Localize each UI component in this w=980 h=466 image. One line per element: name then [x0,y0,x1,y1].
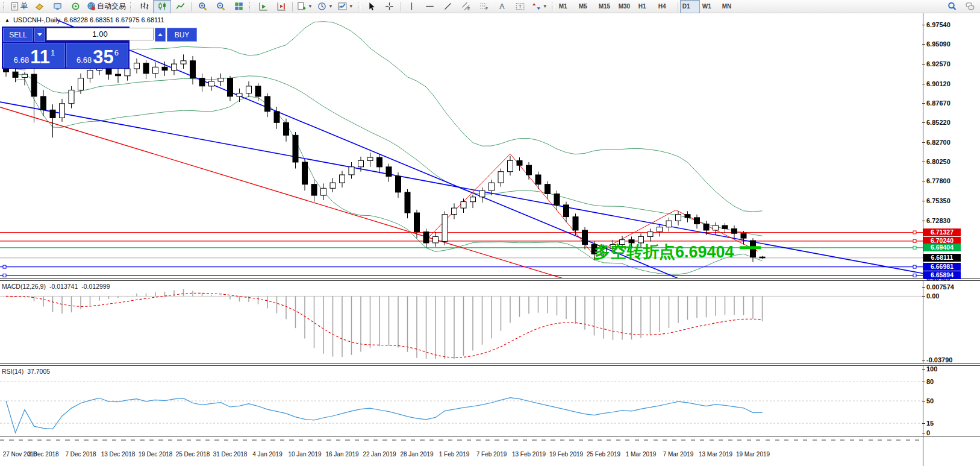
one-click-trading-panel: SELL BUY 6.68111 6.68356 [2,27,130,69]
rsi-axis-label: 100 [926,365,937,373]
time-axis-label: 13 Dec 2018 [98,451,138,458]
macd-axis-label: -0.03790 [926,356,952,364]
time-axis-label: 7 Dec 2018 [61,451,101,458]
volume-up-button[interactable] [155,28,166,42]
price-axis-tick [922,103,925,104]
price-axis-label: 6.85220 [926,119,950,126]
price-axis-badge: 6.66981 [923,263,961,271]
price-axis-tick [922,122,925,123]
time-axis-label: 25 Feb 2019 [584,451,623,458]
sell-price-small: 6.68 [14,55,29,65]
rsi-value: 37.7005 [27,368,50,375]
rsi-axis-label: 15 [926,420,934,427]
price-axis-tick [922,64,925,65]
down-arrow-icon [37,33,42,36]
time-axis-border [0,436,980,436]
rsi-axis-tick [922,401,925,401]
buy-price-sup: 6 [114,48,119,57]
time-axis-label: 16 Jan 2019 [322,451,362,458]
macd-axis-tick [922,296,925,297]
macd-axis-tick [922,360,925,361]
price-axis-label: 6.72830 [926,217,950,224]
time-axis-label: 31 Dec 2018 [210,451,250,458]
price-axis-tick [922,221,925,221]
rsi-axis-label: 80 [926,378,934,385]
time-axis-label: 22 Jan 2019 [360,451,399,458]
macd-title: MACD(12,26,9) [2,283,46,290]
sell-button[interactable]: SELL [3,28,33,42]
price-axis-tick [922,142,925,143]
time-axis-label: 19 Dec 2018 [136,451,175,458]
pane-separator[interactable] [0,363,980,366]
price-chart-canvas[interactable] [0,0,980,466]
price-axis-tick [922,181,925,181]
time-axis-label: 7 Mar 2019 [658,451,698,458]
macd-axis-tick [922,287,925,288]
time-axis-label: 3 Dec 2018 [23,451,63,458]
price-axis-label: 6.92570 [926,60,950,68]
time-axis-label: 28 Jan 2019 [397,451,437,458]
price-axis-tick [922,162,925,162]
macd-axis-label: 0.007574 [926,283,954,291]
time-axis-label: 13 Mar 2019 [696,451,735,458]
macd-label: MACD(12,26,9) -0.013741 -0.012999 [2,283,110,290]
price-axis-badge: 6.71327 [923,228,961,236]
price-axis-label: 6.80250 [926,158,950,165]
buy-price-small: 6.68 [76,55,92,65]
annotation-text[interactable]: 多空转折点6.69404 [594,241,734,263]
collapse-panel-arrow[interactable]: ▲ [5,17,10,23]
price-axis-label: 6.75350 [926,197,950,204]
sell-price-sup: 1 [51,48,55,57]
rsi-axis-tick [922,369,925,370]
time-axis-label: 10 Jan 2019 [285,451,325,458]
volume-input[interactable] [46,28,154,40]
price-axis-tick [922,25,925,25]
price-axis-tick [922,84,925,84]
rsi-title: RSI(14) [2,368,23,375]
time-axis-label: 19 Feb 2019 [546,451,586,458]
price-axis-badge: 6.65894 [923,271,961,279]
sell-price-big: 11 [30,48,50,66]
volume-down-button[interactable] [34,28,45,42]
buy-button[interactable]: BUY [167,28,197,42]
time-axis-label: 4 Jan 2019 [248,451,287,458]
rsi-axis-tick [922,433,925,433]
price-axis-tick [922,44,925,45]
time-axis-label: 1 Mar 2019 [621,451,661,458]
buy-price-big: 35 [93,48,113,66]
mt4-window: 单自动交易▼▼▼EFAT▼M1M5M15M30H1H4D1W1MN ▲ USDC… [0,0,980,466]
price-axis-label: 6.77800 [926,177,950,184]
time-axis-label: 1 Feb 2019 [434,451,474,458]
rsi-axis-label: 0 [926,429,930,436]
rsi-axis-tick [922,382,925,382]
price-axis-label: 6.82700 [926,139,950,146]
rsi-axis-tick [922,423,925,424]
buy-price-box[interactable]: 6.68356 [66,43,128,68]
time-axis-label: 13 Feb 2019 [509,451,549,458]
time-axis-label: 25 Dec 2018 [173,451,213,458]
price-axis-badge: 6.69404 [923,244,961,251]
price-axis-label: 6.95090 [926,40,950,48]
time-axis-label: 7 Feb 2019 [472,451,511,458]
macd-axis-label: 0.00 [926,292,939,300]
macd-signal-value: -0.012999 [81,283,110,290]
time-axis-ticks [0,439,923,441]
time-axis-label: 19 Mar 2019 [733,451,773,458]
price-axis-tick [922,201,925,201]
ohlc-values: 6.68228 6.68351 6.67975 6.68111 [64,16,164,24]
price-axis-label: 6.90120 [926,80,950,87]
up-arrow-icon [158,33,163,36]
pane-separator[interactable] [0,278,980,281]
price-axis-badge: 6.68111 [923,254,961,262]
price-axis-label: 6.97540 [926,21,950,28]
price-axis-label: 6.87670 [926,99,950,107]
rsi-label: RSI(14) 37.7005 [2,368,50,375]
symbol-period-label: USDCNH-,Daily [13,16,60,24]
sell-price-box[interactable]: 6.68111 [3,43,65,68]
chart-title: ▲ USDCNH-,Daily 6.68228 6.68351 6.67975 … [5,16,164,24]
macd-main-value: -0.013741 [49,283,78,290]
rsi-axis-label: 50 [926,397,934,405]
